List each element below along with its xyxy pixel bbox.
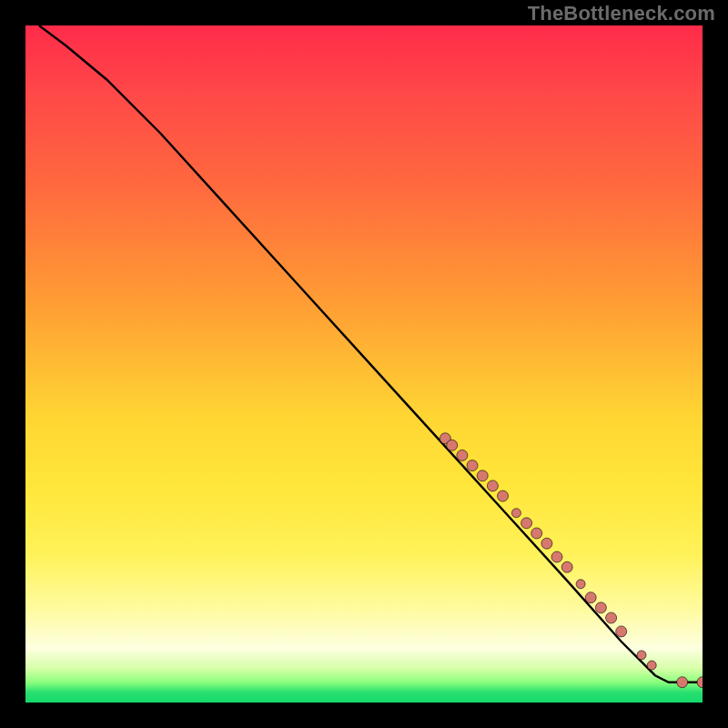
data-point [576, 580, 585, 589]
data-point [551, 551, 562, 562]
data-point [498, 490, 509, 501]
data-point [606, 612, 617, 623]
data-points [440, 433, 703, 688]
data-point [457, 450, 468, 460]
chart-frame: TheBottleneck.com [0, 0, 728, 728]
data-point [541, 538, 552, 549]
data-point [647, 661, 656, 670]
data-point [447, 440, 458, 450]
plot-area [25, 25, 703, 703]
data-point [637, 651, 646, 660]
data-point [585, 592, 596, 603]
data-point [521, 518, 532, 529]
bottleneck-curve [39, 25, 703, 682]
data-point [595, 602, 606, 613]
data-point [477, 470, 488, 481]
data-point [467, 460, 478, 471]
data-point [531, 528, 542, 539]
chart-svg [25, 25, 703, 703]
data-point [487, 480, 498, 491]
data-point [616, 626, 627, 637]
data-point [677, 677, 688, 688]
data-point [697, 677, 703, 688]
watermark-text: TheBottleneck.com [528, 2, 715, 25]
data-point [511, 509, 521, 518]
data-point [561, 561, 572, 572]
